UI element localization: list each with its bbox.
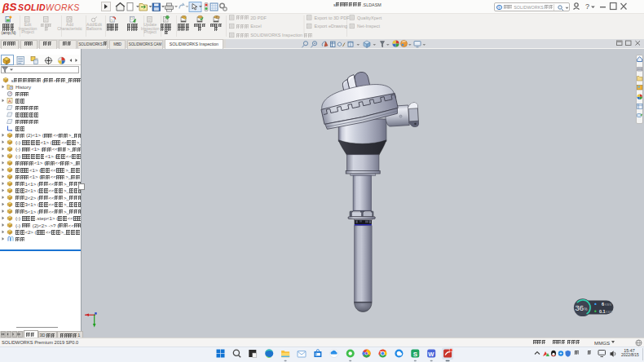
svg-text:%: % xyxy=(584,307,588,311)
svg-text:36: 36 xyxy=(576,303,584,312)
svg-text:0.1: 0.1 xyxy=(599,309,606,314)
svg-text:6: 6 xyxy=(602,302,604,307)
svg-text:KB/S: KB/S xyxy=(605,303,612,307)
svg-text:KB/S: KB/S xyxy=(606,311,613,314)
